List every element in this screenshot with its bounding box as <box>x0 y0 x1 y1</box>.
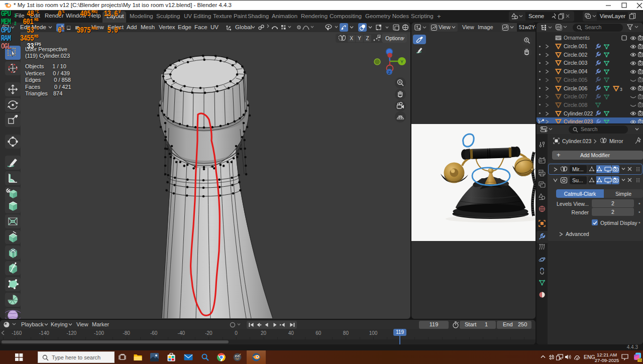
svg-text:Z: Z <box>388 70 391 75</box>
svg-text:FRE: FRE <box>637 359 642 361</box>
svg-text:Y: Y <box>400 59 403 64</box>
